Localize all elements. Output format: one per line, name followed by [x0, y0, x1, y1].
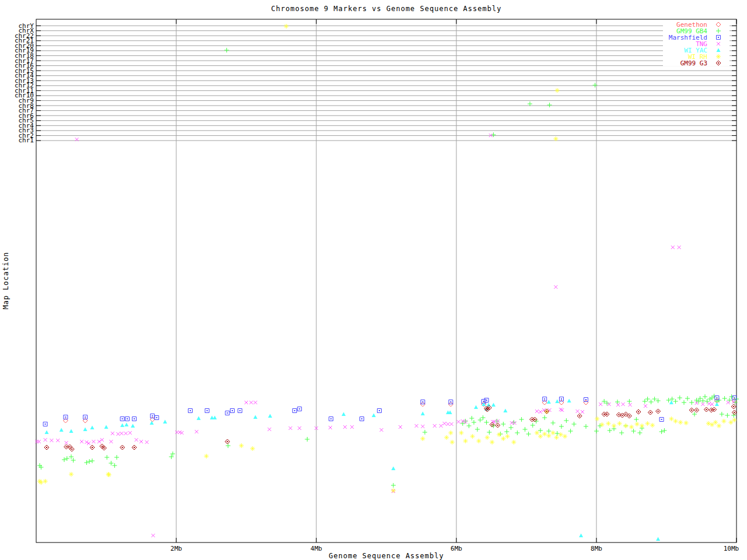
data-point: [195, 430, 198, 433]
data-point: [643, 399, 647, 404]
data-point: [511, 440, 516, 444]
data-point: [728, 420, 733, 425]
data-point: [65, 456, 69, 461]
data-point: [420, 436, 425, 441]
data-point: [568, 429, 573, 433]
data-point: [542, 432, 547, 436]
data-point: [595, 416, 599, 421]
data-point: [128, 431, 132, 435]
data-point: [656, 409, 661, 414]
data-point: [547, 400, 551, 404]
data-point: [487, 430, 491, 435]
data-point: [673, 399, 678, 404]
data-point: [622, 402, 625, 406]
data-point: [470, 434, 475, 439]
data-point: [239, 443, 244, 448]
data-point: [65, 441, 68, 444]
data-point: [715, 402, 719, 407]
data-point: [637, 430, 642, 435]
data-point: [689, 400, 694, 405]
data-point: [713, 420, 718, 425]
data-point: [391, 483, 396, 488]
data-point: [69, 454, 74, 459]
data-point: [584, 398, 588, 402]
data-point: [476, 439, 481, 443]
data-point: [457, 420, 460, 424]
data-point: [629, 425, 634, 429]
data-point: [124, 432, 128, 435]
data-point: [450, 422, 453, 426]
data-point: [145, 440, 149, 444]
data-point: [669, 416, 673, 421]
data-point: [90, 426, 95, 430]
data-point: [87, 459, 92, 464]
data-point: [584, 400, 588, 405]
data-point: [60, 428, 64, 432]
data-point: [546, 429, 551, 433]
data-point: [289, 426, 292, 430]
data-point: [523, 427, 528, 432]
data-point: [710, 422, 714, 427]
data-point: [69, 472, 74, 477]
x-tick-label: 2Mb: [170, 545, 182, 552]
data-point: [472, 420, 476, 425]
data-point: [372, 414, 376, 418]
data-point: [90, 445, 95, 450]
data-point: [722, 396, 727, 401]
data-point: [45, 430, 49, 435]
data-point: [581, 410, 584, 414]
data-point: [463, 439, 468, 443]
data-point: [90, 459, 95, 463]
data-point: [151, 534, 155, 537]
data-point: [64, 444, 69, 449]
data-point: [636, 410, 641, 414]
data-point: [538, 434, 543, 439]
data-point: [481, 415, 486, 420]
data-point: [463, 419, 468, 424]
data-point: [50, 439, 53, 442]
data-point: [731, 404, 736, 409]
legend-label: GM99 G3: [680, 60, 707, 67]
data-point: [238, 409, 242, 413]
data-point: [509, 425, 514, 430]
data-point: [109, 440, 113, 443]
data-point: [717, 424, 721, 428]
data-point: [629, 403, 632, 407]
data-point: [39, 480, 43, 485]
data-point: [706, 421, 711, 426]
data-point: [298, 407, 302, 411]
data-point: [694, 408, 699, 412]
data-point: [43, 422, 47, 426]
data-point: [513, 421, 516, 425]
data-point: [124, 423, 128, 427]
data-point: [678, 396, 682, 400]
data-point: [131, 424, 135, 428]
data-point: [648, 410, 652, 415]
data-point: [189, 409, 193, 413]
data-point: [725, 413, 729, 418]
data-point: [104, 455, 109, 460]
plot-area: chrYchrXchr22chr21chr20chr19chr18chr17ch…: [0, 0, 747, 560]
data-point: [104, 425, 109, 429]
data-point: [505, 434, 510, 439]
data-point: [616, 403, 620, 407]
x-tick-label: 4Mb: [310, 545, 322, 552]
data-point: [700, 398, 705, 403]
data-point: [69, 429, 74, 433]
data-point: [475, 427, 480, 432]
data-point: [504, 429, 509, 434]
data-point: [253, 415, 257, 419]
data-point: [627, 399, 631, 404]
data-point: [662, 428, 666, 433]
data-point: [555, 88, 560, 93]
data-point: [526, 432, 531, 436]
data-point: [631, 429, 636, 433]
data-point: [459, 430, 463, 435]
x-tick-label: 8Mb: [591, 545, 602, 552]
data-point: [225, 439, 230, 444]
data-point: [139, 440, 143, 443]
data-point: [443, 422, 446, 425]
data-point: [132, 417, 137, 421]
axis-frame: [36, 19, 736, 542]
data-point: [684, 421, 689, 425]
